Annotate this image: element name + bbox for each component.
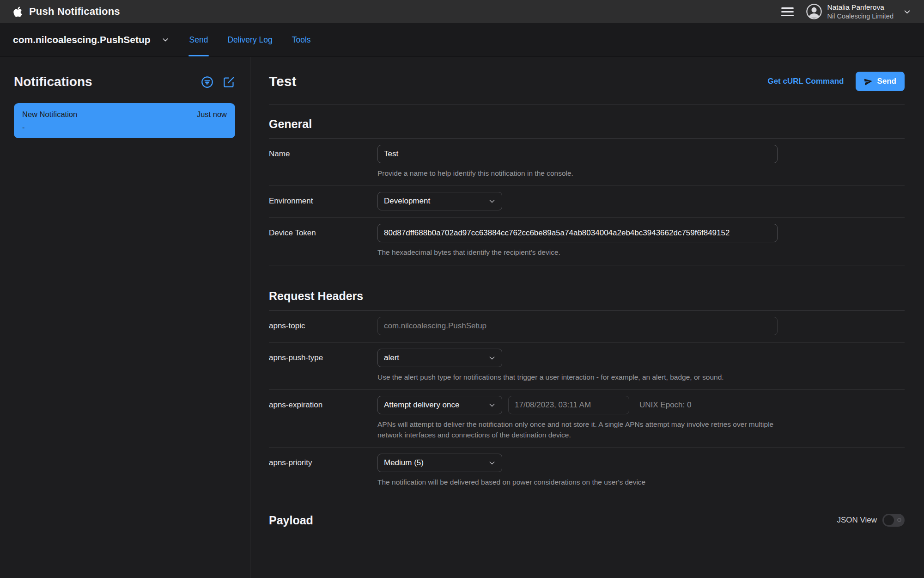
tab-delivery-log[interactable]: Delivery Log [227, 23, 272, 56]
apns-priority-select[interactable]: Medium (5) [377, 454, 502, 472]
apns-expiration-date-input [508, 396, 629, 414]
apns-push-type-value: alert [384, 353, 399, 363]
send-button[interactable]: Send [856, 72, 905, 91]
apns-expiration-value: Attempt delivery once [384, 400, 459, 410]
environment-label: Environment [269, 192, 377, 210]
device-token-label: Device Token [269, 224, 377, 258]
form-row-apns-push-type: apns-push-type alert Use the alert push … [269, 343, 905, 390]
apns-expiration-label: apns-expiration [269, 396, 377, 440]
environment-select[interactable]: Development [377, 192, 502, 210]
tab-send[interactable]: Send [189, 23, 208, 56]
apns-topic-input [377, 317, 778, 335]
bundle-id: com.nilcoalescing.PushSetup [13, 34, 151, 45]
user-org: Nil Coalescing Limited [827, 12, 894, 20]
chevron-down-icon [903, 8, 911, 16]
filter-icon[interactable] [201, 76, 213, 88]
compose-icon[interactable] [223, 76, 235, 88]
chevron-down-icon [488, 401, 496, 409]
tab-tools[interactable]: Tools [292, 23, 311, 56]
notification-list-item[interactable]: New Notification Just now - [14, 103, 235, 138]
form-row-apns-expiration: apns-expiration Attempt delivery once UN… [269, 390, 905, 448]
name-help: Provide a name to help identify this not… [377, 168, 793, 178]
apns-push-type-label: apns-push-type [269, 349, 377, 382]
send-icon [863, 76, 873, 86]
user-menu[interactable]: Natalia Panferova Nil Coalescing Limited [806, 3, 911, 20]
apns-push-type-help: Use the alert push type for notification… [377, 372, 793, 382]
json-view-toggle[interactable] [882, 514, 905, 527]
avatar-icon [806, 3, 822, 20]
name-label: Name [269, 145, 377, 178]
app-title: Push Notifications [29, 6, 120, 18]
chevron-down-icon [488, 459, 496, 467]
json-view-label: JSON View [837, 516, 877, 525]
chevron-down-icon [488, 197, 496, 205]
form-row-name: Name Provide a name to help identify thi… [269, 139, 905, 186]
form-row-apns-topic: apns-topic [269, 311, 905, 343]
menu-icon[interactable] [780, 6, 795, 18]
notification-editor: Test Get cURL Command Send General Name … [250, 57, 924, 578]
send-button-label: Send [877, 77, 896, 86]
app-nav-bar: com.nilcoalescing.PushSetup Send Deliver… [0, 23, 924, 57]
apns-priority-help: The notification will be delivered based… [377, 477, 793, 487]
apple-logo-icon [13, 6, 23, 18]
form-row-apns-priority: apns-priority Medium (5) The notificatio… [269, 448, 905, 495]
form-row-environment: Environment Development [269, 186, 905, 218]
chevron-down-icon [488, 354, 496, 362]
bundle-id-selector[interactable]: com.nilcoalescing.PushSetup [13, 23, 169, 56]
notification-title: New Notification [22, 110, 77, 119]
section-payload: Payload [269, 514, 313, 527]
get-curl-command-link[interactable]: Get cURL Command [767, 77, 844, 86]
toggle-knob [884, 515, 894, 525]
page-title: Test [269, 74, 296, 89]
user-name: Natalia Panferova [827, 3, 894, 12]
sidebar-title: Notifications [14, 74, 92, 89]
notification-subtitle: - [22, 123, 227, 132]
chevron-down-icon [162, 36, 169, 43]
apns-priority-label: apns-priority [269, 454, 377, 487]
section-request-headers: Request Headers [269, 265, 905, 311]
apns-expiration-help: APNs will attempt to deliver the notific… [377, 419, 793, 440]
form-row-device-token: Device Token The hexadecimal bytes that … [269, 218, 905, 265]
tab-bar: Send Delivery Log Tools [189, 23, 311, 56]
environment-value: Development [384, 197, 430, 206]
name-input[interactable] [377, 145, 778, 163]
section-general: General [269, 105, 905, 139]
toggle-off-ring [897, 518, 901, 522]
unix-epoch-text: UNIX Epoch: 0 [639, 400, 691, 410]
device-token-help: The hexadecimal bytes that identify the … [377, 247, 793, 258]
apns-push-type-select[interactable]: alert [377, 349, 502, 367]
top-bar: Push Notifications Natalia Panferova Nil… [0, 0, 924, 23]
apns-expiration-select[interactable]: Attempt delivery once [377, 396, 502, 414]
device-token-input[interactable] [377, 224, 778, 242]
apns-priority-value: Medium (5) [384, 458, 424, 467]
notifications-sidebar: Notifications [0, 57, 250, 578]
notification-time: Just now [197, 110, 227, 119]
apns-topic-label: apns-topic [269, 317, 377, 335]
